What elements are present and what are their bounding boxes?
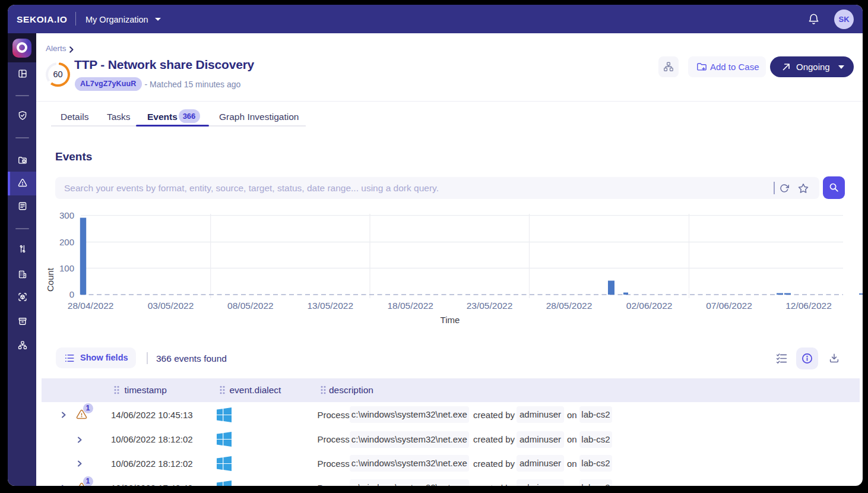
svg-text:Time: Time [441, 315, 460, 325]
svg-text:08/05/2022: 08/05/2022 [227, 301, 274, 311]
svg-text:0: 0 [69, 289, 74, 299]
svg-text:07/06/2022: 07/06/2022 [706, 301, 752, 311]
svg-text:18/05/2022: 18/05/2022 [387, 301, 433, 311]
svg-text:28/05/2022: 28/05/2022 [546, 301, 593, 311]
svg-text:Count: Count [45, 267, 55, 292]
svg-text:02/06/2022: 02/06/2022 [626, 301, 673, 311]
svg-text:100: 100 [59, 263, 74, 273]
svg-text:200: 200 [59, 237, 74, 247]
svg-text:28/04/2022: 28/04/2022 [68, 301, 114, 311]
svg-text:12/06/2022: 12/06/2022 [785, 301, 832, 311]
svg-text:300: 300 [59, 210, 74, 220]
svg-text:13/05/2022: 13/05/2022 [308, 301, 354, 311]
svg-text:03/05/2022: 03/05/2022 [148, 301, 194, 311]
svg-text:23/05/2022: 23/05/2022 [467, 301, 513, 311]
